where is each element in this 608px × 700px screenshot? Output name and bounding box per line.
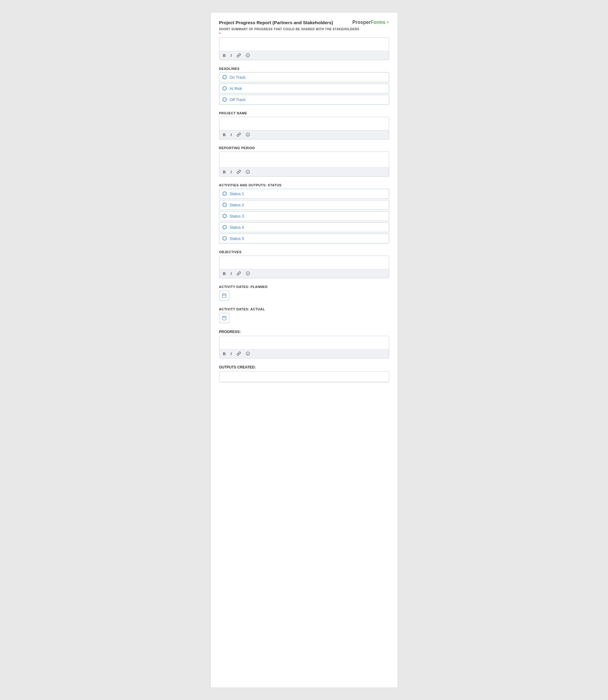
svg-point-3 (246, 133, 250, 136)
reporting-period-label: REPORTING PERIOD (219, 146, 389, 150)
summary-toolbar: B I (220, 51, 389, 60)
status-1-radio[interactable] (223, 192, 227, 196)
svg-point-6 (246, 170, 250, 174)
reporting-period-section: REPORTING PERIOD B I (219, 146, 389, 177)
project-name-italic-button[interactable]: I (229, 132, 233, 138)
objectives-section: OBJECTIVES B I (219, 250, 389, 278)
activity-dates-actual-calendar-button[interactable] (219, 313, 229, 323)
activities-status-label: ACTIVITIES AND OUTPUTS: STATUS (219, 183, 389, 187)
summary-bold-button[interactable]: B (222, 53, 227, 58)
progress-editor: B I (219, 336, 389, 358)
deadlines-radio-group: On Track At Risk Off Track (219, 72, 389, 105)
status-1-label: Status 1 (230, 192, 244, 196)
reporting-period-emoji-button[interactable] (245, 169, 251, 175)
outputs-created-section: OUTPUTS CREATED: (219, 365, 389, 382)
deadline-at-risk-option[interactable]: At Risk (219, 83, 389, 94)
form-header: Project Progress Report (Partners and St… (219, 20, 389, 26)
objectives-input[interactable] (220, 256, 389, 269)
deadline-on-track-radio[interactable] (223, 75, 227, 79)
objectives-bold-button[interactable]: B (222, 271, 227, 276)
deadline-off-track-radio[interactable] (223, 97, 227, 102)
objectives-italic-button[interactable]: I (229, 271, 233, 276)
prosper-forms-logo: Prosper Forms ✕ (352, 20, 389, 25)
status-5-label: Status 5 (230, 236, 244, 241)
project-name-bold-button[interactable]: B (222, 132, 227, 138)
progress-bold-button[interactable]: B (222, 351, 227, 357)
project-name-input[interactable] (220, 117, 389, 130)
status-5-radio[interactable] (223, 236, 227, 240)
project-name-editor: B I (219, 117, 389, 139)
activity-dates-planned-section: ACTIVITY DATES: PLANNED (219, 285, 389, 301)
status-4-radio[interactable] (223, 225, 227, 229)
summary-input[interactable] (220, 38, 389, 51)
status-1-option[interactable]: Status 1 (219, 189, 389, 199)
status-4-option[interactable]: Status 4 (219, 222, 389, 232)
deadline-on-track-label: On Track (230, 75, 246, 80)
summary-italic-button[interactable]: I (229, 53, 233, 58)
status-2-option[interactable]: Status 2 (219, 200, 389, 210)
deadline-at-risk-label: At Risk (230, 86, 242, 91)
objectives-toolbar: B I (220, 269, 389, 278)
activity-dates-planned-calendar-button[interactable] (219, 290, 229, 301)
outputs-created-label: OUTPUTS CREATED: (219, 365, 389, 369)
progress-emoji-button[interactable] (245, 351, 251, 356)
progress-link-button[interactable] (235, 351, 242, 356)
objectives-editor: B I (219, 256, 389, 278)
logo-close-icon[interactable]: ✕ (386, 20, 389, 24)
status-5-option[interactable]: Status 5 (219, 234, 389, 244)
form-subtitle: SHORT SUMMARY OF PROGRESS THAT COULD BE … (219, 27, 389, 31)
logo-prosper-text: Prosper (352, 20, 370, 25)
project-name-label: PROJECT NAME (219, 111, 389, 115)
objectives-emoji-button[interactable] (245, 271, 251, 276)
activity-dates-actual-label: ACTIVITY DATES: ACTUAL (219, 307, 389, 311)
svg-point-20 (246, 352, 250, 355)
summary-section: B I (219, 38, 389, 60)
svg-rect-12 (223, 294, 226, 297)
progress-toolbar: B I (220, 349, 389, 358)
svg-point-0 (246, 54, 250, 57)
svg-rect-16 (223, 316, 226, 320)
activity-dates-planned-label: ACTIVITY DATES: PLANNED (219, 285, 389, 289)
project-name-section: PROJECT NAME B I (219, 111, 389, 139)
form-container: Project Progress Report (Partners and St… (210, 12, 398, 688)
activities-status-section: ACTIVITIES AND OUTPUTS: STATUS Status 1 … (219, 183, 389, 244)
logo-forms-text: Forms (371, 20, 385, 25)
deadlines-label: DEADLINES (219, 67, 389, 71)
progress-section: PROGRESS: B I (219, 330, 389, 358)
outputs-created-editor (219, 371, 389, 382)
project-name-emoji-button[interactable] (245, 132, 251, 137)
status-2-label: Status 2 (230, 203, 244, 207)
project-name-toolbar: B I (220, 130, 389, 139)
progress-input[interactable] (220, 336, 389, 349)
reporting-period-input[interactable] (220, 152, 389, 168)
progress-label: PROGRESS: (219, 330, 389, 334)
reporting-period-italic-button[interactable]: I (229, 169, 233, 175)
status-3-label: Status 3 (230, 214, 244, 218)
status-3-radio[interactable] (223, 214, 227, 218)
summary-link-button[interactable] (235, 53, 242, 58)
reporting-period-toolbar: B I (220, 168, 389, 176)
status-3-option[interactable]: Status 3 (219, 211, 389, 221)
project-name-link-button[interactable] (235, 132, 242, 137)
summary-editor: B I (219, 38, 389, 60)
status-4-label: Status 4 (230, 225, 244, 230)
deadline-on-track-option[interactable]: On Track (219, 72, 389, 82)
deadline-at-risk-radio[interactable] (223, 86, 227, 91)
progress-italic-button[interactable]: I (229, 351, 233, 357)
activity-dates-actual-section: ACTIVITY DATES: ACTUAL (219, 307, 389, 323)
objectives-link-button[interactable] (235, 271, 242, 276)
reporting-period-bold-button[interactable]: B (222, 169, 227, 175)
objectives-label: OBJECTIVES (219, 250, 389, 254)
required-indicator: * (219, 32, 389, 36)
deadline-off-track-label: Off Track (230, 97, 246, 102)
deadlines-section: DEADLINES On Track At Risk Off Track (219, 67, 389, 105)
activities-status-radio-group: Status 1 Status 2 Status 3 Status 4 Stat… (219, 189, 389, 244)
outputs-created-input[interactable] (220, 371, 389, 382)
summary-emoji-button[interactable] (245, 53, 251, 58)
form-title: Project Progress Report (Partners and St… (219, 20, 333, 26)
status-2-radio[interactable] (223, 203, 227, 207)
deadline-off-track-option[interactable]: Off Track (219, 95, 389, 105)
reporting-period-link-button[interactable] (235, 169, 242, 175)
svg-point-9 (246, 272, 250, 275)
reporting-period-editor: B I (219, 152, 389, 177)
